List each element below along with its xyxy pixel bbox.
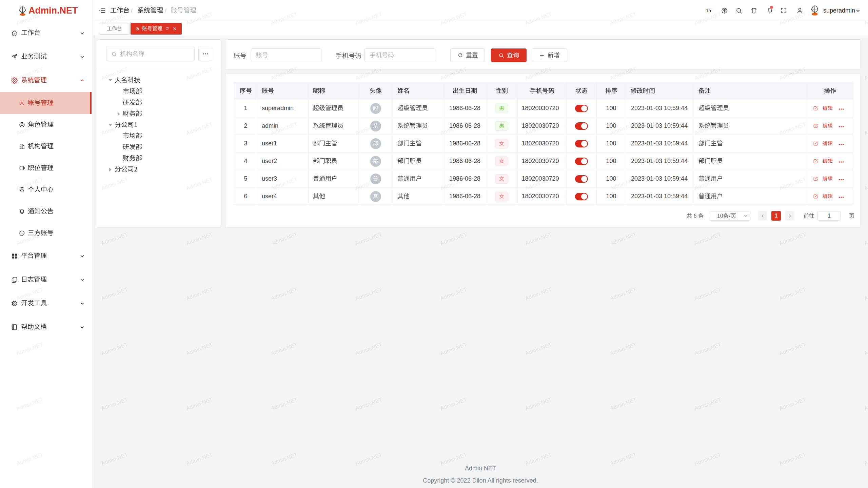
svg-text:T: T: [706, 8, 710, 13]
svg-text:T: T: [709, 9, 712, 13]
